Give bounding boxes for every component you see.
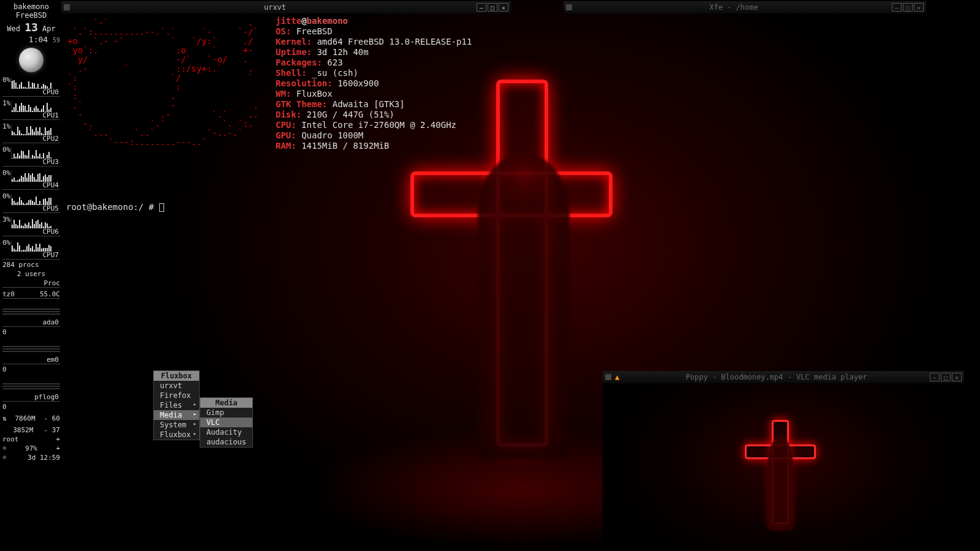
minimize-button[interactable]: – — [930, 373, 940, 381]
vlc-titlebar[interactable]: ▲ Poppy - Bloodmoney.mp4 - VLC media pla… — [603, 371, 964, 383]
uptime-row: ☼3d 12:59 — [2, 454, 60, 462]
maximize-button[interactable]: □ — [941, 373, 951, 381]
media-submenu[interactable]: Media GimpVLCAudacityaudacious — [200, 397, 253, 448]
menu-item-media[interactable]: Media — [154, 410, 199, 420]
mem-row-1: ⇅7860M- 60 — [2, 414, 60, 422]
time-label: 1:04 59 — [2, 35, 60, 44]
cpu-meter: 3%CPU6 — [2, 216, 60, 236]
cursor-icon — [159, 203, 164, 212]
procs-label: 284 procs — [2, 261, 60, 269]
vlc-title: Poppy - Bloodmoney.mp4 - VLC media playe… — [623, 373, 930, 381]
device-meter: pflog0 — [2, 380, 60, 402]
fluxbox-root-menu[interactable]: Fluxbox urxvtFirefoxFilesMediaSystemFlux… — [153, 370, 200, 440]
cpu-meter: 0%CPU0 — [2, 76, 60, 97]
user-row: root+ — [2, 435, 60, 443]
os-label: FreeBSD — [2, 11, 60, 20]
proc-section-label: Proc — [2, 279, 60, 288]
submenu-item-gimp[interactable]: Gimp — [200, 408, 252, 418]
close-button[interactable]: ✕ — [914, 3, 924, 12]
submenu-title: Media — [200, 398, 252, 408]
vlc-video-area[interactable] — [603, 383, 964, 551]
menu-title: Fluxbox — [154, 371, 199, 381]
minimize-button[interactable]: – — [892, 3, 902, 12]
xfe-window[interactable]: Xfe - /home – □ ✕ — [564, 1, 926, 13]
xfe-title: Xfe - /home — [576, 3, 892, 12]
menu-item-fluxbox[interactable]: Fluxbox — [154, 430, 199, 440]
vlc-cone-icon: ▲ — [615, 373, 619, 381]
date-label: Wed 13 Apr — [2, 21, 60, 34]
cpu-meter: 1%CPU2 — [2, 122, 60, 143]
menu-item-urxvt[interactable]: urxvt — [154, 381, 199, 391]
cpu-meter: 1%CPU1 — [2, 99, 60, 120]
device-meter: em0 — [2, 342, 60, 364]
maximize-button[interactable]: □ — [903, 3, 913, 12]
moon-phase-icon — [19, 48, 43, 72]
menu-item-system[interactable]: System — [154, 420, 199, 430]
hostname-label: bakemono — [2, 2, 60, 11]
close-button[interactable]: ✕ — [499, 3, 508, 12]
maximize-button[interactable]: □ — [488, 3, 497, 12]
vlc-window[interactable]: ▲ Poppy - Bloodmoney.mp4 - VLC media pla… — [603, 371, 964, 551]
battery-row: ☼97%+ — [2, 444, 60, 452]
minimize-button[interactable]: – — [477, 3, 486, 12]
conky-panel: bakemono FreeBSD Wed 13 Apr 1:04 59 0%CP… — [2, 2, 60, 462]
thermal-row: tz055.0C — [2, 290, 60, 299]
urxvt-title: urxvt — [74, 3, 477, 12]
submenu-item-audacity[interactable]: Audacity — [200, 427, 252, 437]
window-icon — [64, 4, 70, 10]
menu-item-files[interactable]: Files — [154, 400, 199, 410]
cpu-meter: 0%CPU4 — [2, 169, 60, 190]
urxvt-titlebar[interactable]: urxvt – □ ✕ — [61, 1, 511, 13]
cpu-meter: 0%CPU3 — [2, 146, 60, 167]
submenu-item-vlc[interactable]: VLC — [200, 418, 252, 427]
mem-row-2: 3852M- 37 — [2, 426, 60, 434]
shell-prompt[interactable]: root@bakemono:/ # — [66, 202, 164, 212]
window-icon — [605, 374, 611, 380]
window-icon — [566, 4, 572, 10]
urxvt-window[interactable]: urxvt – □ ✕ — [61, 1, 511, 197]
users-label: 2 users — [2, 270, 60, 278]
device-meter: ada0 — [2, 305, 60, 327]
close-button[interactable]: ✕ — [952, 373, 962, 381]
menu-item-firefox[interactable]: Firefox — [154, 391, 199, 400]
xfe-titlebar[interactable]: Xfe - /home – □ ✕ — [564, 1, 926, 13]
cpu-meter: 0%CPU7 — [2, 239, 60, 260]
cpu-meter: 0%CPU5 — [2, 192, 60, 213]
submenu-item-audacious[interactable]: audacious — [200, 437, 252, 447]
